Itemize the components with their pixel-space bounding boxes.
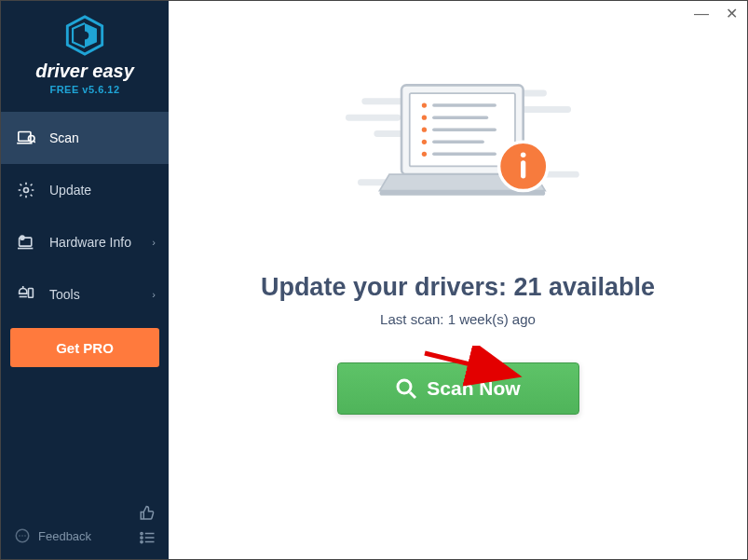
minimize-icon[interactable]: — [694,7,709,21]
feedback-link[interactable]: Feedback [14,527,91,544]
sidebar-nav: Scan Update i [1,112,169,321]
svg-point-41 [421,128,426,132]
headline: Update your drivers: 21 available [261,273,655,302]
svg-point-47 [398,380,411,393]
svg-rect-46 [521,160,525,178]
version-label: FREE v5.6.12 [1,84,169,95]
headline-suffix: available [542,273,656,301]
svg-point-17 [141,532,143,534]
sidebar-item-scan[interactable]: Scan [1,112,169,164]
get-pro-button[interactable]: Get PRO [10,328,159,367]
svg-point-45 [520,152,525,157]
svg-point-40 [421,116,426,120]
sidebar-footer: Feedback [1,494,169,559]
svg-rect-12 [28,288,33,297]
search-icon [395,377,417,400]
app-window: — ✕ driver easy FREE v5.6.12 [0,0,748,560]
sidebar-item-label: Scan [49,130,79,145]
available-count: 21 [513,273,541,301]
feedback-label: Feedback [38,529,91,543]
svg-point-14 [19,535,20,537]
thumbs-up-icon[interactable] [139,505,156,522]
svg-text:i: i [21,236,22,240]
brand-name: driver easy [1,61,169,82]
laptop-illustration [333,66,584,238]
sidebar-item-tools[interactable]: Tools › [1,268,169,321]
sidebar-item-label: Tools [49,287,80,302]
logo-icon [63,14,106,57]
svg-point-19 [141,537,143,539]
list-settings-icon[interactable] [139,531,156,544]
svg-point-5 [24,188,29,193]
main-panel: Update your drivers: 21 available Last s… [169,1,747,559]
svg-point-15 [21,535,23,537]
svg-point-43 [421,152,426,157]
scan-now-button[interactable]: Scan Now [337,362,579,415]
logo-block: driver easy FREE v5.6.12 [1,1,169,104]
headline-prefix: Update your drivers: [261,273,514,301]
sidebar-item-label: Hardware Info [49,235,131,250]
hardware-info-icon: i [16,234,36,251]
feedback-icon [14,527,31,544]
sidebar-item-label: Update [49,183,91,198]
sidebar-item-update[interactable]: Update [1,164,169,216]
svg-point-21 [141,540,143,542]
scan-icon [16,130,36,146]
last-scan-text: Last scan: 1 week(s) ago [380,311,536,327]
svg-line-4 [34,141,35,143]
svg-line-48 [410,392,415,398]
scan-now-label: Scan Now [427,377,520,400]
chevron-right-icon: › [152,237,156,248]
svg-point-42 [421,140,426,144]
svg-point-16 [24,535,26,537]
close-icon[interactable]: ✕ [726,7,738,21]
tools-icon [16,286,36,303]
sidebar-item-hardware-info[interactable]: i Hardware Info › [1,216,169,268]
update-icon [16,181,36,199]
window-controls: — ✕ [694,7,738,21]
svg-point-39 [421,102,426,107]
sidebar: driver easy FREE v5.6.12 Scan [1,1,169,559]
sidebar-footer-icons [139,505,156,544]
chevron-right-icon: › [152,289,156,300]
